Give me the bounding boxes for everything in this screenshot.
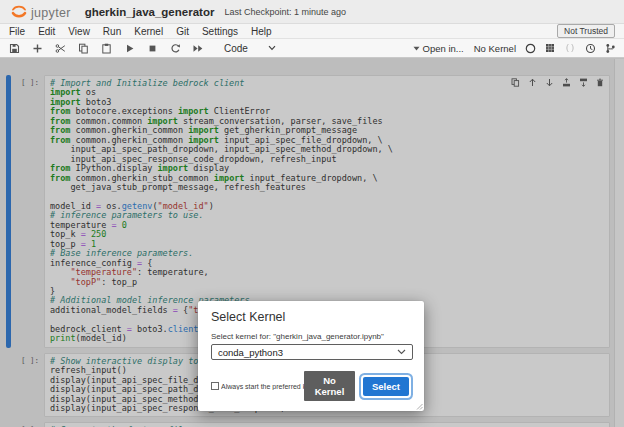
git-icon[interactable] xyxy=(604,42,616,54)
kernel-dropdown-value: conda_python3 xyxy=(218,347,283,358)
menu-item-file[interactable]: File xyxy=(9,26,25,37)
code-brackets-icon[interactable] xyxy=(564,42,576,54)
code-line: "topP": top_p xyxy=(50,278,605,287)
chevron-down-icon xyxy=(413,46,420,51)
checkpoint-status: Last Checkpoint: 1 minute ago xyxy=(224,7,346,17)
selected-cell-indicator xyxy=(6,75,11,348)
cell-type-dropdown[interactable]: Code xyxy=(224,43,276,54)
menu-item-help[interactable]: Help xyxy=(251,26,272,37)
dialog-title: Select Kernel xyxy=(211,310,413,324)
menu-item-git[interactable]: Git xyxy=(176,26,189,37)
cut-cell-icon[interactable] xyxy=(54,42,66,54)
delete-cell-icon[interactable] xyxy=(596,78,604,87)
select-kernel-dialog: Select Kernel Select kernel for: "gherki… xyxy=(198,301,424,411)
cell-prompt: [ ]: xyxy=(6,422,44,427)
chevron-down-icon xyxy=(268,45,276,51)
code-line: get_java_stub_prompt_message, refresh_fe… xyxy=(50,183,605,192)
menu-item-kernel[interactable]: Kernel xyxy=(134,26,163,37)
grid-icon[interactable] xyxy=(544,42,556,54)
cell-prompt: [ ]: xyxy=(6,75,44,348)
add-cell-icon[interactable] xyxy=(31,42,43,54)
jupyter-logo-text: jupyter xyxy=(31,4,71,20)
scrollbar[interactable] xyxy=(614,59,624,427)
copy-cell-icon[interactable] xyxy=(77,42,89,54)
menu-bar: FileEditViewRunKernelGitSettingsHelp Not… xyxy=(0,24,624,39)
jupyter-logo: jupyter xyxy=(10,4,71,20)
restart-run-all-icon[interactable] xyxy=(192,42,204,54)
menu-item-settings[interactable]: Settings xyxy=(202,26,238,37)
cell-toolbar xyxy=(511,78,604,87)
insert-cell-above-icon[interactable] xyxy=(562,78,571,87)
kernel-dropdown[interactable]: conda_python3 xyxy=(211,344,413,360)
chevron-down-icon xyxy=(397,349,406,355)
notebook-toolbar: Code Open in... No Kernel xyxy=(0,39,624,58)
select-button[interactable]: Select xyxy=(363,377,409,396)
save-icon[interactable] xyxy=(8,42,20,54)
move-cell-up-icon[interactable] xyxy=(528,78,537,87)
restart-kernel-icon[interactable] xyxy=(169,42,181,54)
notebook-title[interactable]: gherkin_java_generator xyxy=(85,6,215,18)
duplicate-cell-icon[interactable] xyxy=(511,78,520,87)
open-in-label: Open in... xyxy=(423,43,464,54)
menu-item-edit[interactable]: Edit xyxy=(38,26,55,37)
code-line: # inference parameters to use. xyxy=(50,211,605,220)
cell-editor[interactable]: # Generate the feature file. xyxy=(44,422,610,427)
insert-cell-below-icon[interactable] xyxy=(579,78,588,87)
kernel-status-icon[interactable] xyxy=(524,42,536,54)
paste-cell-icon[interactable] xyxy=(100,42,112,54)
move-cell-down-icon[interactable] xyxy=(545,78,554,87)
cell-type-value: Code xyxy=(224,43,248,54)
menu-item-view[interactable]: View xyxy=(68,26,90,37)
interrupt-kernel-icon[interactable] xyxy=(146,42,158,54)
dialog-resize-handle[interactable] xyxy=(416,403,423,410)
code-line: import os xyxy=(50,88,605,97)
trust-indicator-button[interactable]: Not Trusted xyxy=(557,24,615,38)
kernel-name[interactable]: No Kernel xyxy=(474,43,516,54)
jupyter-logo-icon xyxy=(10,4,28,19)
cell-prompt: [ ]: xyxy=(6,353,44,418)
history-icon[interactable] xyxy=(584,42,596,54)
no-kernel-button[interactable]: No Kernel xyxy=(304,371,355,401)
always-start-label: Always start the preferred kernel xyxy=(221,383,304,390)
code-line: top_k = 250 xyxy=(50,230,605,239)
run-cell-icon[interactable] xyxy=(123,42,135,54)
code-line: temperature = 0 xyxy=(50,221,605,230)
kernel-select-label: Select kernel for: "gherkin_java_generat… xyxy=(211,332,413,341)
app-header: jupyter gherkin_java_generator Last Chec… xyxy=(0,0,624,24)
open-in-dropdown[interactable]: Open in... xyxy=(413,43,464,54)
menu-item-run[interactable]: Run xyxy=(103,26,121,37)
notebook-cell[interactable]: [ ]:# Generate the feature file. xyxy=(6,422,610,427)
always-start-checkbox[interactable] xyxy=(211,382,219,390)
